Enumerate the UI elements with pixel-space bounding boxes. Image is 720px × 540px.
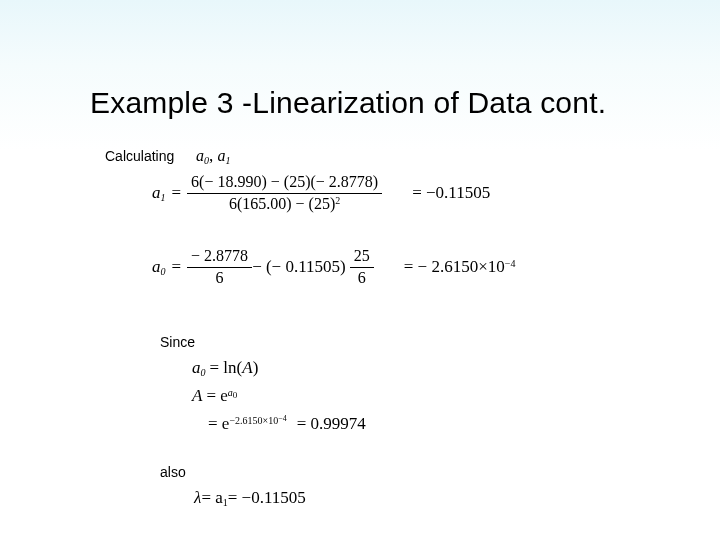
a0-f2-num: 25 [350, 248, 374, 265]
label-also: also [160, 464, 186, 480]
equals-sign: = [166, 183, 188, 203]
since-equations: a0 = ln(A) A = ea0 = e−2.6150×10−4 = 0.9… [192, 358, 366, 434]
a1-lhs: a1 [152, 183, 166, 203]
also-equation: λ = a1 = −0.11505 [194, 488, 306, 508]
a1-numerator: 6(− 18.990) − (25)(− 2.8778) [187, 174, 382, 191]
a0-result: = − 2.6150×10−4 [404, 257, 516, 277]
a0-f1-num: − 2.8778 [187, 248, 252, 265]
a0-fraction2: 25 6 [350, 248, 374, 287]
calc-variables: a0, a1 [196, 146, 231, 166]
since-line2: A = ea0 [192, 386, 366, 406]
since-line3: = e−2.6150×10−4 = 0.99974 [192, 414, 366, 434]
equation-a1: a1 = 6(− 18.990) − (25)(− 2.8778) 6(165.… [152, 174, 490, 213]
label-calculating: Calculating [105, 148, 174, 164]
var-a1: a1 [218, 147, 231, 164]
also-result: = −0.11505 [228, 488, 306, 508]
equation-a0: a0 = − 2.8778 6 − (− 0.11505) 25 6 = − 2… [152, 248, 515, 287]
a1-fraction: 6(− 18.990) − (25)(− 2.8778) 6(165.00) −… [187, 174, 382, 213]
lambda-symbol: λ [194, 488, 201, 508]
also-mid: = a1 [201, 488, 227, 508]
slide-title: Example 3 -Linearization of Data cont. [90, 86, 606, 120]
a1-denominator: 6(165.00) − (25)2 [225, 196, 344, 213]
a0-f1-den: 6 [212, 270, 228, 287]
separator: , [209, 146, 218, 165]
var-a0: a0 [196, 147, 209, 164]
a1-result: = −0.11505 [412, 183, 490, 203]
a0-mid: − (− 0.11505) [252, 257, 346, 277]
label-since: Since [160, 334, 195, 350]
a0-fraction1: − 2.8778 6 [187, 248, 252, 287]
since-line1: a0 = ln(A) [192, 358, 366, 378]
equals-sign: = [166, 257, 188, 277]
a0-lhs: a0 [152, 257, 166, 277]
a0-f2-den: 6 [354, 270, 370, 287]
